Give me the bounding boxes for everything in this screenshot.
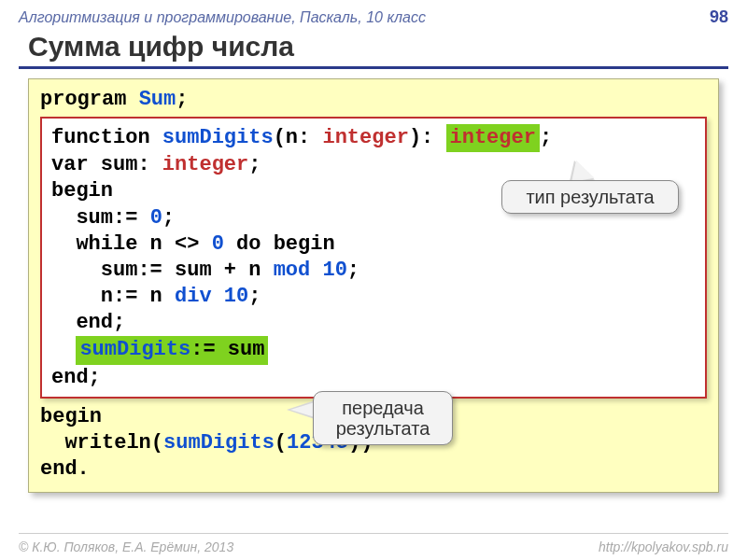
main-end-line: end. [40,456,707,483]
footer-copyright: © К.Ю. Поляков, Е.А. Ерёмин, 2013 [19,539,233,554]
function-block: function sumDigits(n: integer): integer;… [40,117,707,399]
code-block-outer: program Sum; function sumDigits(n: integ… [28,78,719,493]
title-underline [19,66,728,69]
footer-separator [19,533,728,534]
course-name: Алгоритмизация и программирование, Паска… [19,9,426,26]
footer-url: http://kpolyakov.spb.ru [599,539,728,554]
div-line: n:= n div 10; [51,284,696,310]
end-loop-line: end; [51,310,696,336]
callout-pointer-icon [568,158,594,182]
var-line: var sum: integer; [51,152,696,178]
callout-result-pass: передача результата [313,391,453,445]
callout-return-type: тип результата [501,180,679,214]
return-line: sumDigits:= sum [51,336,696,364]
callout-pointer-icon [290,402,315,417]
slide-title: Сумма цифр числа [0,31,747,66]
page-number: 98 [710,7,728,27]
mod-line: sum:= sum + n mod 10; [51,258,696,284]
while-line: while n <> 0 do begin [51,231,696,258]
function-signature: function sumDigits(n: integer): integer; [51,124,696,152]
return-type-highlight: integer [446,124,540,152]
program-line: program Sum; [40,87,707,113]
return-highlight: sumDigits:= sum [76,336,268,364]
end-fn-line: end; [51,365,696,391]
